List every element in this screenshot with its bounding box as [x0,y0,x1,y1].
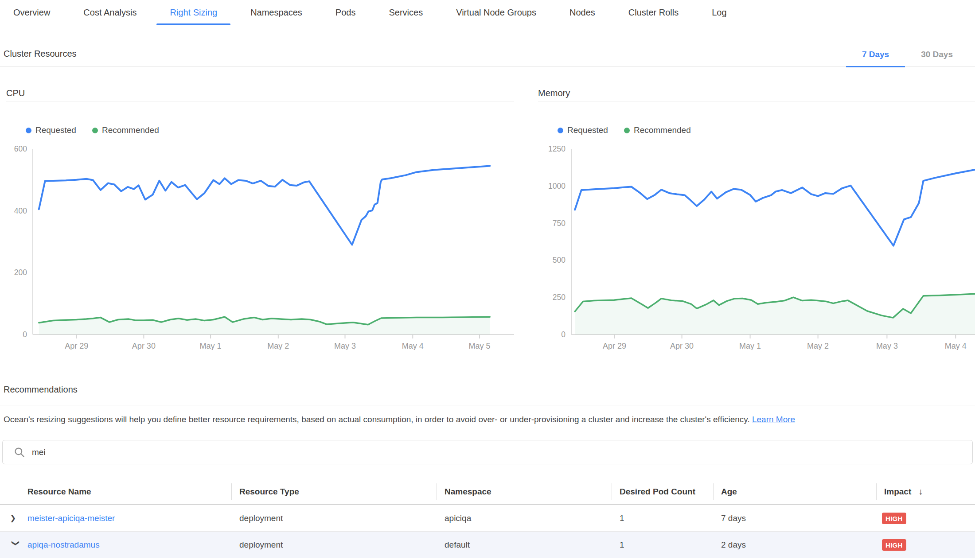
svg-text:250: 250 [553,293,566,302]
svg-text:Apr 30: Apr 30 [670,342,694,350]
tab-cost-analysis[interactable]: Cost Analysis [70,0,150,25]
svg-text:1000: 1000 [548,182,566,191]
svg-text:May 2: May 2 [807,342,829,350]
impact-badge: HIGH [882,539,906,551]
impact-cell: HIGH [876,513,975,524]
range-tab-7-days[interactable]: 7 Days [846,25,905,67]
chevron-down-icon[interactable]: ❯ [11,540,20,558]
column-divider [713,483,714,500]
svg-text:May 3: May 3 [334,342,356,350]
tab-services[interactable]: Services [375,0,436,25]
cpu-chart-title: CPU [6,67,514,101]
tab-namespaces[interactable]: Namespaces [237,0,316,25]
search-icon [13,446,25,458]
column-header-label: Desired Pod Count [620,487,695,497]
svg-text:May 4: May 4 [402,342,424,350]
legend-label: Requested [567,125,608,135]
legend-dot-requested [26,128,31,133]
column-divider [231,483,232,500]
legend-item-recommended: Recommended [92,125,159,135]
column-header-label: Age [721,487,737,497]
recommendations-description: Ocean's resizing suggestions will help y… [4,415,975,424]
tab-right-sizing[interactable]: Right Sizing [156,0,230,25]
svg-text:750: 750 [553,219,566,228]
svg-text:0: 0 [23,330,27,339]
search-input[interactable] [32,447,972,457]
cpu-chart-legend: RequestedRecommended [26,125,159,135]
svg-text:May 4: May 4 [945,342,967,350]
legend-dot-recommended [92,128,98,133]
svg-text:200: 200 [14,268,27,277]
memory-chart-panel: Memory RequestedRecommended 125010007505… [538,67,975,350]
resource-type-cell: deployment [231,513,437,523]
memory-chart-legend: RequestedRecommended [558,125,691,135]
resource-type-cell: deployment [231,540,437,550]
resource-name-link[interactable]: meister-apiciqa-meister [27,513,115,523]
namespace-cell: default [437,540,612,550]
right-sizing-page: OverviewCost AnalysisRight SizingNamespa… [0,0,975,560]
table-header: Resource NameResource TypeNamespaceDesir… [0,479,975,505]
memory-chart-title: Memory [538,67,975,101]
age-cell: 7 days [713,513,876,523]
column-header-desired-pod-count[interactable]: Desired Pod Count [612,479,713,504]
legend-label: Requested [35,125,76,135]
recommendations-description-text: Ocean's resizing suggestions will help y… [4,415,750,424]
tab-overview[interactable]: Overview [0,0,63,25]
search-box [2,440,973,464]
tab-virtual-node-groups[interactable]: Virtual Node Groups [443,0,550,25]
table-row[interactable]: ❯meister-apiciqa-meisterdeploymentapiciq… [0,505,975,532]
tab-log[interactable]: Log [698,0,740,25]
desired-pod-count-cell: 1 [612,513,713,523]
namespace-cell: apiciqa [437,513,612,523]
column-header-resource-type[interactable]: Resource Type [231,479,437,504]
svg-text:May 1: May 1 [739,342,761,350]
column-header-resource-name[interactable]: Resource Name [0,479,231,504]
legend-item-requested: Requested [26,125,76,135]
chevron-right-icon[interactable]: ❯ [10,513,27,523]
table-row[interactable]: ❯apiqa-nostradamusdeploymentdefault12 da… [0,532,975,558]
svg-text:Apr 29: Apr 29 [603,342,626,350]
cluster-resources-header: Cluster Resources 7 Days30 Days [0,25,975,67]
recommendations-table: Resource NameResource TypeNamespaceDesir… [0,479,975,558]
svg-text:400: 400 [14,206,27,215]
range-tab-30-days[interactable]: 30 Days [905,25,969,67]
age-cell: 2 days [713,540,876,550]
memory-line-chart: 125010007505002500Apr 29Apr 30May 1May 2… [538,142,975,350]
column-header-impact[interactable]: Impact↓ [876,479,975,504]
learn-more-link[interactable]: Learn More [752,415,795,424]
legend-dot-recommended [624,128,630,133]
column-header-label: Resource Name [27,487,91,497]
svg-text:0: 0 [561,330,566,339]
column-divider [612,483,612,500]
column-header-age[interactable]: Age [713,479,876,504]
tab-nodes[interactable]: Nodes [556,0,608,25]
tab-bar: OverviewCost AnalysisRight SizingNamespa… [0,0,975,25]
column-divider [437,483,437,500]
column-header-label: Namespace [445,487,491,497]
legend-label: Recommended [634,125,691,135]
cpu-chart: 6004002000Apr 29Apr 30May 1May 2May 3May… [6,142,514,350]
section-title-cluster-resources: Cluster Resources [4,49,77,59]
legend-dot-requested [558,128,563,133]
cpu-line-chart: 6004002000Apr 29Apr 30May 1May 2May 3May… [6,142,514,350]
impact-badge: HIGH [882,513,906,524]
svg-text:May 2: May 2 [267,342,289,350]
column-header-namespace[interactable]: Namespace [437,479,612,504]
tab-cluster-rolls[interactable]: Cluster Rolls [615,0,692,25]
section-title-recommendations: Recommendations [0,385,975,395]
svg-text:Apr 30: Apr 30 [132,342,156,350]
legend-item-requested: Requested [558,125,608,135]
resource-name-link[interactable]: apiqa-nostradamus [27,540,100,550]
charts-section: CPU RequestedRecommended 6004002000Apr 2… [0,67,975,350]
svg-text:May 5: May 5 [468,342,490,350]
desired-pod-count-cell: 1 [612,540,713,550]
section-divider [0,405,975,405]
tab-pods[interactable]: Pods [322,0,369,25]
svg-text:500: 500 [553,256,566,264]
table-body: ❯meister-apiciqa-meisterdeploymentapiciq… [0,505,975,558]
svg-text:May 3: May 3 [876,342,898,350]
sort-desc-icon[interactable]: ↓ [918,486,923,497]
time-range-toggle: 7 Days30 Days [846,25,969,67]
cpu-chart-panel: CPU RequestedRecommended 6004002000Apr 2… [6,67,514,350]
svg-text:May 1: May 1 [200,342,222,350]
